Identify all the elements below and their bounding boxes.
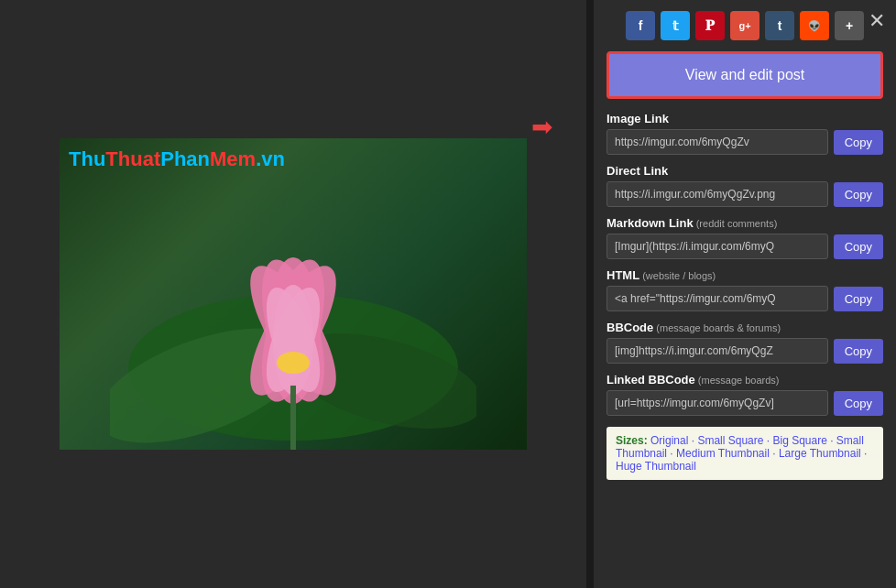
twitter-icon[interactable]: 𝕥 — [661, 11, 690, 40]
watermark-thuat: Thuat — [105, 147, 160, 170]
link-row-bbcode: Copy — [606, 338, 883, 364]
size-link-huge-thumbnail[interactable]: Huge Thumbnail — [616, 460, 696, 473]
link-section-html: HTML (website / blogs)Copy — [606, 268, 883, 311]
sizes-section: Sizes: Original · Small Square · Big Squ… — [606, 427, 883, 480]
copy-button-direct-link[interactable]: Copy — [834, 182, 883, 207]
copy-button-markdown-link[interactable]: Copy — [834, 234, 883, 259]
link-label-bbcode: BBCode (message boards & forums) — [606, 321, 883, 334]
link-label-markdown-link: Markdown Link (reddit comments) — [606, 216, 883, 230]
googleplus-icon[interactable]: g+ — [730, 11, 759, 40]
close-icon: ✕ — [869, 9, 885, 32]
size-link-big-square[interactable]: Big Square — [772, 434, 826, 447]
copy-button-html[interactable]: Copy — [834, 287, 883, 311]
link-input-linked-bbcode[interactable] — [606, 390, 828, 416]
image-panel: ThuThuatPhanMem.vn — [0, 0, 586, 588]
more-icon[interactable]: + — [835, 11, 864, 40]
pinterest-icon[interactable]: 𝐏 — [695, 11, 725, 40]
link-input-image-link[interactable] — [606, 129, 828, 155]
lotus-image: ThuThuatPhanMem.vn — [60, 138, 527, 450]
copy-button-linked-bbcode[interactable]: Copy — [834, 391, 883, 416]
sizes-links: Original · Small Square · Big Square · S… — [616, 434, 867, 473]
link-input-markdown-link[interactable] — [606, 234, 828, 259]
link-label-image-link: Image Link — [606, 112, 883, 125]
link-section-direct-link: Direct LinkCopy — [606, 164, 883, 207]
svg-point-11 — [277, 352, 310, 374]
links-container: Image LinkCopyDirect LinkCopyMarkdown Li… — [606, 112, 883, 416]
link-input-html[interactable] — [606, 286, 828, 311]
image-wrapper: ThuThuatPhanMem.vn — [60, 138, 527, 450]
link-row-image-link: Copy — [606, 129, 883, 155]
copy-button-image-link[interactable]: Copy — [834, 130, 883, 155]
svg-rect-12 — [290, 386, 296, 450]
link-section-image-link: Image LinkCopy — [606, 112, 883, 155]
right-panel: f 𝕥 𝐏 g+ t 👽 + View and edit post Image … — [594, 0, 896, 588]
link-row-html: Copy — [606, 286, 883, 311]
watermark-thu: Thu — [69, 147, 105, 170]
link-input-direct-link[interactable] — [606, 181, 828, 207]
size-link-medium-thumbnail[interactable]: Medium Thumbnail — [676, 447, 770, 460]
size-link-original[interactable]: Original — [650, 434, 688, 447]
size-link-small-square[interactable]: Small Square — [697, 434, 763, 447]
link-sublabel-linked-bbcode: (message boards) — [695, 375, 780, 386]
reddit-icon[interactable]: 👽 — [800, 11, 829, 40]
size-link-large-thumbnail[interactable]: Large Thumbnail — [779, 447, 861, 460]
watermark-phan: Phan — [160, 147, 210, 170]
link-sublabel-markdown-link: (reddit comments) — [694, 218, 778, 229]
link-section-markdown-link: Markdown Link (reddit comments)Copy — [606, 216, 883, 259]
link-section-linked-bbcode: Linked BBCode (message boards)Copy — [606, 373, 883, 416]
watermark-vn: .vn — [256, 147, 285, 170]
link-section-bbcode: BBCode (message boards & forums)Copy — [606, 321, 883, 364]
link-label-direct-link: Direct Link — [606, 164, 883, 178]
social-icons-row: f 𝕥 𝐏 g+ t 👽 + — [606, 11, 883, 40]
link-row-linked-bbcode: Copy — [606, 390, 883, 416]
link-input-bbcode[interactable] — [606, 338, 828, 364]
link-row-direct-link: Copy — [606, 181, 883, 207]
copy-button-bbcode[interactable]: Copy — [834, 339, 883, 364]
tumblr-icon[interactable]: t — [765, 11, 794, 40]
link-label-html: HTML (website / blogs) — [606, 268, 883, 282]
link-row-markdown-link: Copy — [606, 234, 883, 259]
link-sublabel-html: (website / blogs) — [639, 270, 716, 281]
sizes-label: Sizes: — [616, 434, 648, 447]
view-edit-button[interactable]: View and edit post — [606, 51, 883, 99]
facebook-icon[interactable]: f — [626, 11, 655, 40]
close-button[interactable]: ✕ — [869, 9, 885, 33]
link-sublabel-bbcode: (message boards & forums) — [653, 322, 781, 333]
watermark-mem: Mem — [210, 147, 256, 170]
link-label-linked-bbcode: Linked BBCode (message boards) — [606, 373, 883, 387]
arrow-indicator: ➡ — [531, 112, 552, 142]
watermark: ThuThuatPhanMem.vn — [69, 147, 285, 171]
lotus-svg — [110, 184, 476, 450]
